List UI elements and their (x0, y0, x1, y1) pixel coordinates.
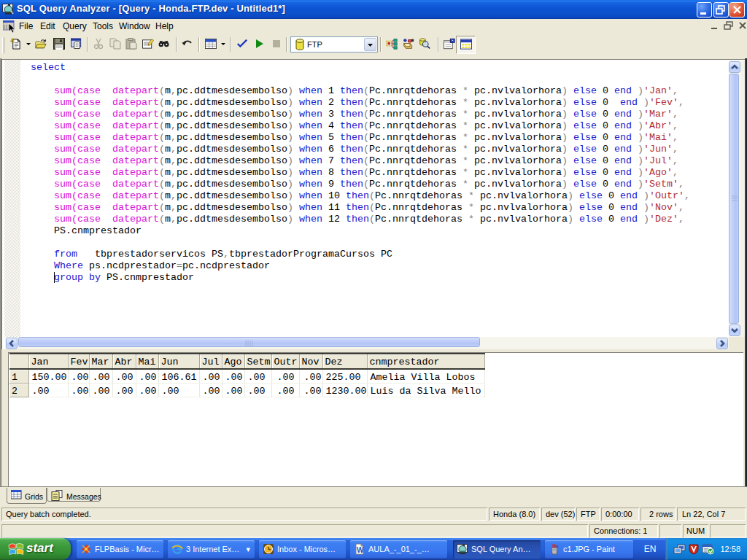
svg-text:W: W (357, 546, 364, 554)
